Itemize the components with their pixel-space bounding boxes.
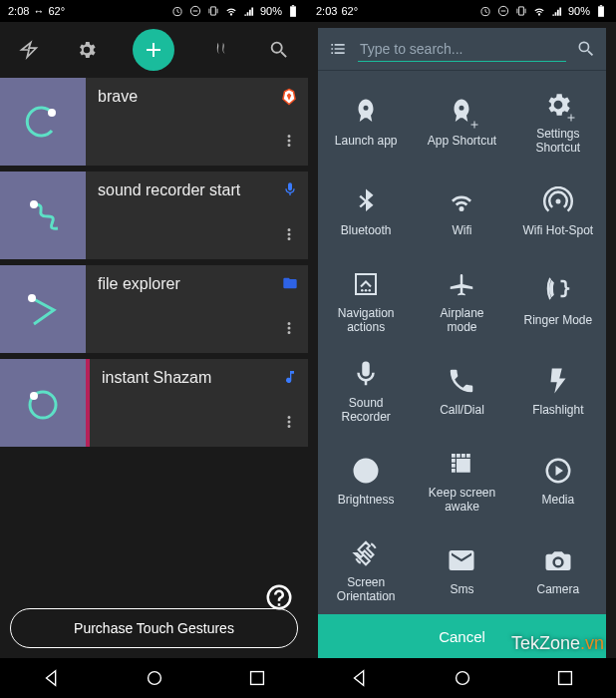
nav-bar (0, 658, 308, 698)
nav-recent-button[interactable] (554, 667, 576, 689)
rocket-plus-icon (445, 95, 478, 129)
action-grid: Launch appApp ShortcutSettings ShortcutB… (318, 71, 606, 614)
status-battery: 90% (568, 5, 590, 17)
svg-rect-18 (600, 5, 602, 6)
svg-rect-8 (290, 6, 296, 16)
signal-icon (242, 4, 256, 18)
action-keep-awake[interactable]: Keep screen awake (414, 436, 509, 525)
wifi-icon (445, 184, 478, 218)
bluetooth-icon (349, 184, 383, 218)
svg-point-10 (48, 109, 56, 117)
action-camera[interactable]: Camera (510, 525, 606, 614)
orientation-icon (349, 536, 383, 570)
list-icon[interactable] (328, 39, 348, 59)
nav-home-button[interactable] (144, 667, 165, 689)
folder-icon (282, 275, 298, 295)
action-picker-sheet: Type to search... Launch appApp Shortcut… (318, 28, 606, 658)
battery-icon (594, 4, 608, 18)
action-wifi[interactable]: Wifi (414, 167, 509, 256)
row-menu-button[interactable] (280, 132, 298, 154)
music-icon (282, 369, 298, 389)
row-menu-button[interactable] (280, 319, 298, 341)
watermark: TekZone.vn (511, 633, 604, 654)
gesture-title: brave (86, 78, 150, 166)
action-brightness[interactable]: Brightness (318, 436, 414, 525)
status-arrow: ↔ (33, 5, 44, 17)
left-phone: 2:08 ↔ 62° 90% brave (0, 0, 308, 698)
gesture-row[interactable]: brave (0, 78, 308, 166)
action-nav-actions[interactable]: Navigation actions (318, 256, 414, 346)
add-gesture-button[interactable] (133, 29, 174, 71)
row-menu-button[interactable] (280, 225, 298, 247)
action-rocket-plus[interactable]: App Shortcut (414, 77, 509, 167)
status-time: 2:03 (316, 5, 337, 17)
gesture-row[interactable]: instant Shazam (0, 359, 308, 447)
camera-icon (541, 543, 575, 577)
status-temp: 62° (48, 5, 65, 17)
search-icon[interactable] (268, 39, 290, 61)
nav-back-button[interactable] (41, 667, 63, 689)
search-placeholder: Type to search... (360, 41, 463, 57)
svg-rect-9 (292, 5, 294, 6)
action-label: Keep screen awake (429, 487, 495, 515)
bolt-icon[interactable] (18, 39, 40, 61)
vibrate-icon (206, 4, 220, 18)
search-input[interactable]: Type to search... (358, 37, 566, 62)
mic-icon (349, 357, 383, 391)
action-flash[interactable]: Flashlight (510, 346, 606, 436)
action-sms[interactable]: Sms (414, 525, 509, 614)
help-button[interactable] (264, 582, 294, 612)
action-label: Airplane mode (440, 307, 483, 335)
action-gear-plus[interactable]: Settings Shortcut (510, 77, 606, 167)
action-mic[interactable]: Sound Recorder (318, 346, 414, 436)
action-bluetooth[interactable]: Bluetooth (318, 167, 414, 256)
right-phone: 2:03 62° 90% Type to search... Launch ap… (308, 0, 616, 698)
brightness-icon (349, 454, 383, 488)
svg-rect-17 (598, 6, 604, 16)
svg-point-11 (30, 200, 38, 208)
purchase-button[interactable]: Purchase Touch Gestures (10, 608, 298, 648)
flash-icon (541, 364, 575, 398)
nav-back-button[interactable] (349, 667, 371, 689)
effects-icon[interactable] (210, 39, 232, 61)
action-orientation[interactable]: Screen Orientation (318, 525, 414, 614)
play-icon (541, 454, 575, 488)
action-label: Settings Shortcut (535, 128, 580, 156)
rocket-icon (349, 95, 383, 129)
nav-home-button[interactable] (452, 667, 473, 689)
action-label: Flashlight (532, 404, 583, 418)
row-menu-button[interactable] (280, 413, 298, 435)
signal-icon (550, 4, 564, 18)
action-label: Sms (450, 583, 473, 597)
gesture-row[interactable]: file explorer (0, 265, 308, 353)
action-rocket[interactable]: Launch app (318, 77, 414, 167)
status-time: 2:08 (8, 5, 29, 17)
action-label: Camera (536, 583, 579, 597)
action-play[interactable]: Media (510, 436, 606, 525)
gesture-thumb (0, 359, 86, 447)
nav-actions-icon (349, 267, 383, 301)
phone-icon (445, 364, 478, 398)
action-label: App Shortcut (428, 135, 496, 149)
hotspot-icon (541, 184, 575, 218)
gesture-thumb (0, 172, 86, 259)
action-airplane[interactable]: Airplane mode (414, 256, 509, 346)
action-label: Brightness (338, 494, 395, 508)
settings-icon[interactable] (76, 39, 98, 61)
ringer-icon (541, 274, 575, 308)
mic-icon (282, 181, 298, 201)
action-label: Sound Recorder (341, 397, 390, 425)
action-ringer[interactable]: Ringer Mode (510, 256, 606, 346)
nav-recent-button[interactable] (246, 667, 268, 689)
airplane-icon (445, 267, 478, 301)
action-phone[interactable]: Call/Dial (414, 346, 509, 436)
wifi-icon (532, 4, 546, 18)
gesture-row[interactable]: sound recorder start (0, 172, 308, 259)
action-hotspot[interactable]: Wifi Hot-Spot (510, 167, 606, 256)
search-icon[interactable] (576, 39, 596, 59)
battery-icon (286, 4, 300, 18)
svg-point-12 (28, 294, 36, 302)
dnd-icon (496, 4, 510, 18)
action-label: Ringer Mode (523, 314, 592, 328)
gesture-thumb (0, 265, 86, 353)
